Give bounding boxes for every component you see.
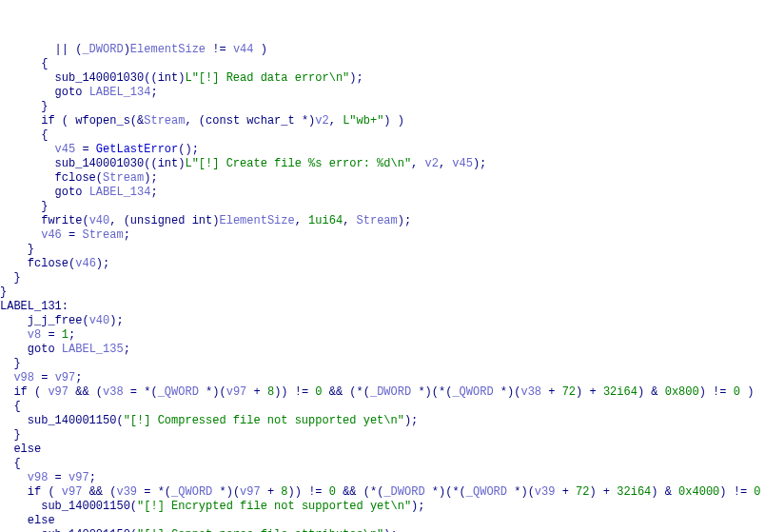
code-token: else: [28, 514, 55, 527]
code-token: =: [48, 471, 69, 484]
code-token: int: [158, 71, 179, 85]
code-token: *)(*(: [411, 385, 452, 399]
code-token: v40: [89, 314, 110, 327]
code-token: ) +: [576, 385, 603, 399]
code-token: +: [555, 485, 576, 499]
code-token: _QWORD: [452, 385, 493, 399]
code-token: 0x800: [665, 385, 699, 399]
code-token: *)(: [494, 385, 521, 399]
code-line: v46 = Stream;: [0, 228, 765, 243]
code-line: goto LABEL_134;: [0, 186, 765, 200]
code-token: sub_140001150: [28, 414, 117, 427]
code-token: );: [404, 414, 418, 427]
code-token: ,: [295, 214, 308, 227]
code-token: sub_140001030: [55, 71, 145, 85]
code-line: sub_140001030((int)L"[!] Create file %s …: [0, 157, 765, 171]
code-token: v45: [55, 143, 76, 156]
code-token: _DWORD: [383, 485, 424, 499]
code-token: 32i64: [603, 385, 638, 399]
code-token: "[!] Encrypted file not supported yet\n": [137, 500, 411, 513]
code-line: sub_140001030((int)L"[!] Read data error…: [0, 71, 765, 86]
code-token: +: [261, 485, 282, 499]
code-token: 32i64: [617, 485, 651, 499]
code-token: 1ui64: [308, 214, 343, 227]
code-token: =: [41, 328, 62, 342]
code-token: (: [82, 214, 88, 227]
code-token: 0: [329, 485, 336, 499]
code-line: if ( wfopen_s(&Stream, (const wchar_t *)…: [0, 114, 765, 128]
code-token: *)(*(: [425, 485, 466, 499]
code-line: LABEL_131:: [0, 300, 765, 314]
code-token: (: [28, 385, 49, 399]
code-token: && (: [69, 385, 103, 399]
code-line: || (_DWORD)ElementSize != v44 ): [0, 43, 765, 57]
code-line: }: [0, 200, 765, 214]
code-line: }: [0, 357, 765, 371]
code-token: v97: [48, 385, 69, 399]
code-token: LABEL_135: [62, 343, 124, 356]
code-token: v97: [69, 471, 89, 484]
code-line: else: [0, 443, 765, 457]
code-line: goto LABEL_135;: [0, 343, 765, 357]
code-token: wchar_t: [246, 114, 294, 128]
code-token: [185, 214, 191, 227]
code-token: }: [41, 100, 48, 113]
code-token: {: [41, 128, 48, 142]
code-token: 0: [754, 485, 760, 499]
code-line: sub_140001150("[!] Encrypted file not su…: [0, 500, 765, 514]
code-token: }: [13, 357, 20, 370]
code-token: =: [62, 228, 83, 242]
code-token: || (: [55, 43, 83, 56]
code-token: "[!] Compressed file not supported yet\n…: [124, 414, 404, 427]
code-token: , (: [185, 114, 206, 128]
code-token: _DWORD: [370, 385, 411, 399]
code-token: 1: [62, 328, 69, 342]
code-line: }: [0, 243, 765, 257]
code-token: v44: [233, 43, 254, 56]
code-token: ;: [89, 471, 96, 484]
code-token: }: [13, 271, 20, 285]
code-token: ): [124, 43, 130, 56]
code-token: Stream: [82, 228, 123, 242]
code-token: _QWORD: [171, 485, 212, 499]
code-token: (: [116, 414, 123, 427]
code-token: 0: [315, 385, 322, 399]
code-token: sub_140001150: [41, 528, 130, 532]
code-token: *)(: [507, 485, 535, 499]
code-token: );: [383, 528, 397, 532]
code-token: unsigned: [130, 214, 186, 227]
code-token: v97: [55, 371, 76, 384]
code-token: ;: [124, 228, 130, 242]
code-token: "[!] Cannot parse file attributes\n": [137, 528, 383, 532]
code-token: [82, 86, 88, 99]
code-line: {: [0, 400, 765, 414]
code-token: )) !=: [288, 485, 329, 499]
code-token: v97: [62, 485, 83, 499]
code-token: );: [349, 71, 363, 85]
code-token: ): [740, 385, 754, 399]
code-line: {: [0, 57, 765, 71]
code-token: LABEL_134: [89, 186, 151, 199]
code-token: 0x4000: [678, 485, 719, 499]
code-token: (: [96, 171, 103, 185]
code-token: if: [13, 385, 27, 399]
code-token: v8: [28, 328, 41, 342]
code-line: {: [0, 128, 765, 143]
code-token: wfopen_s: [75, 114, 130, 128]
code-line: else: [0, 514, 765, 528]
code-token: {: [13, 457, 20, 470]
code-token: (&: [130, 114, 144, 128]
code-token: }: [41, 200, 48, 213]
code-token: ();: [178, 143, 199, 156]
code-token: );: [96, 257, 109, 270]
code-line: if ( v97 && (v38 = *(_QWORD *)(v97 + 8))…: [0, 385, 765, 400]
code-token: *): [295, 114, 316, 128]
code-line: v98 = v97;: [0, 371, 765, 385]
code-line: }: [0, 271, 765, 286]
code-token: if: [41, 114, 54, 128]
code-line: goto LABEL_134;: [0, 86, 765, 100]
code-token: v46: [41, 228, 62, 242]
code-token: "[!] Create file %s error: %d\n": [192, 157, 411, 170]
code-token: Stream: [103, 171, 144, 185]
code-token: }: [0, 286, 7, 299]
